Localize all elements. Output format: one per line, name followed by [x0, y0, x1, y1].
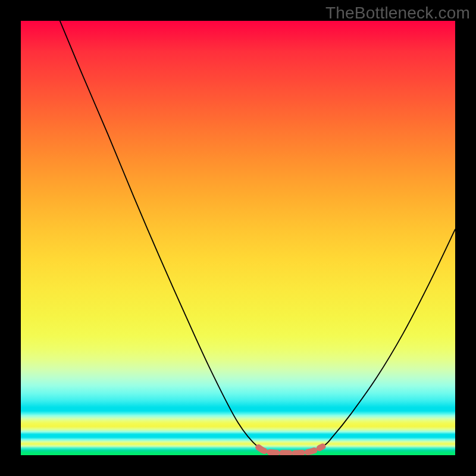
watermark-label: TheBottleneck.com: [325, 4, 470, 23]
plot-background: [21, 21, 455, 455]
chart-canvas: TheBottleneck.com: [0, 0, 476, 476]
